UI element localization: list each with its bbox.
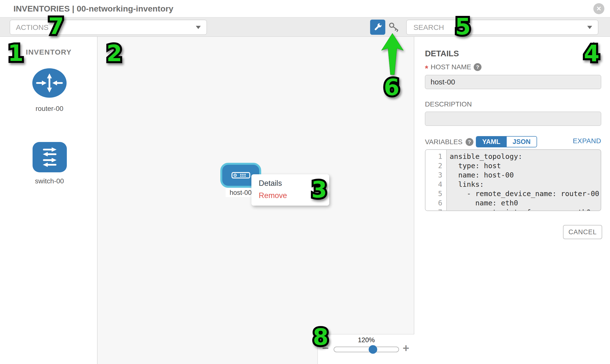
actions-dropdown-label: ACTIONS xyxy=(16,23,49,32)
editor-line: 7 remote_interface_name: eth0 xyxy=(426,208,601,211)
menu-item-remove[interactable]: Remove xyxy=(259,189,287,202)
line-number: 1 xyxy=(426,152,446,161)
zoom-level-value: 120% xyxy=(334,336,399,344)
editor-line: 6 name: eth0 xyxy=(426,198,601,208)
expand-link[interactable]: EXPAND xyxy=(552,137,601,145)
editor-line: 3 name: host-00 xyxy=(426,170,601,180)
sidebar-title: INVENTORY xyxy=(0,48,97,56)
line-code: name: eth0 xyxy=(446,198,518,208)
variables-code-editor[interactable]: 1 ansible_topology: 2 type: host 3 name:… xyxy=(425,149,601,211)
inventory-topology-window: INVENTORIES | 00-networking-inventory ✕ … xyxy=(0,0,610,364)
key-icon xyxy=(388,22,401,34)
help-icon[interactable]: ? xyxy=(474,63,481,71)
chevron-down-icon xyxy=(196,26,201,29)
help-icon[interactable]: ? xyxy=(466,138,473,146)
key-button[interactable] xyxy=(388,22,402,34)
host-server-icon xyxy=(231,172,251,179)
tools-button[interactable] xyxy=(370,20,385,35)
editor-line: 4 links: xyxy=(426,180,601,189)
host-name-input[interactable] xyxy=(425,75,601,89)
search-dropdown-label: SEARCH xyxy=(414,23,444,32)
description-input[interactable] xyxy=(425,112,601,126)
toggle-yaml-active[interactable]: YAML xyxy=(476,137,506,147)
router-icon xyxy=(32,68,67,98)
search-dropdown[interactable]: SEARCH xyxy=(406,20,598,35)
zoom-slider-track[interactable] xyxy=(334,347,399,352)
node-context-menu: Details Remove xyxy=(251,174,329,206)
menu-item-details[interactable]: Details xyxy=(259,177,282,189)
line-code: - remote_device_name: router-00 xyxy=(446,189,599,198)
line-number: 7 xyxy=(426,208,446,211)
cancel-button[interactable]: CANCEL xyxy=(563,225,602,239)
line-code: type: host xyxy=(446,161,501,170)
palette-item-label: router-00 xyxy=(20,105,79,113)
host-name-label: HOST NAME xyxy=(430,63,471,71)
zoom-slider-thumb[interactable] xyxy=(369,345,377,354)
editor-lines: 1 ansible_topology: 2 type: host 3 name:… xyxy=(426,152,601,211)
host-node-label: host-00 xyxy=(226,188,256,197)
required-asterisk: * xyxy=(425,66,428,71)
description-label: DESCRIPTION xyxy=(425,100,472,108)
toggle-json[interactable]: JSON xyxy=(506,137,537,147)
variables-label: VARIABLES xyxy=(425,138,463,146)
line-number: 2 xyxy=(426,161,446,170)
line-number: 4 xyxy=(426,180,446,189)
line-code: remote_interface_name: eth0 xyxy=(446,208,591,211)
variables-field-row: VARIABLES ? xyxy=(425,137,473,147)
header-bar: INVENTORIES | 00-networking-inventory ✕ xyxy=(0,0,610,17)
editor-line: 1 ansible_topology: xyxy=(426,152,601,161)
wrench-icon xyxy=(373,22,383,32)
palette-item-router[interactable] xyxy=(32,68,67,99)
variables-format-toggle: YAML JSON xyxy=(476,136,537,147)
chevron-down-icon xyxy=(587,26,592,29)
actions-dropdown[interactable]: ACTIONS xyxy=(10,20,207,35)
details-panel-title: DETAILS xyxy=(425,49,459,58)
page-title: INVENTORIES | 00-networking-inventory xyxy=(13,0,173,17)
zoom-in-button[interactable]: + xyxy=(403,342,409,354)
line-code: name: host-00 xyxy=(446,170,514,180)
editor-line: 5 - remote_device_name: router-00 xyxy=(426,189,601,198)
palette-item-label: switch-00 xyxy=(20,177,79,185)
line-code: links: xyxy=(446,180,484,189)
line-code: ansible_topology: xyxy=(446,152,522,161)
line-number: 6 xyxy=(426,198,446,208)
editor-line: 2 type: host xyxy=(426,161,601,170)
switch-icon xyxy=(33,142,67,172)
host-name-field-row: * HOST NAME ? xyxy=(425,63,481,71)
zoom-out-button[interactable]: − xyxy=(322,342,329,354)
palette-item-switch[interactable] xyxy=(33,142,67,173)
close-icon[interactable]: ✕ xyxy=(593,3,604,14)
line-number: 5 xyxy=(426,189,446,198)
line-number: 3 xyxy=(426,170,446,180)
